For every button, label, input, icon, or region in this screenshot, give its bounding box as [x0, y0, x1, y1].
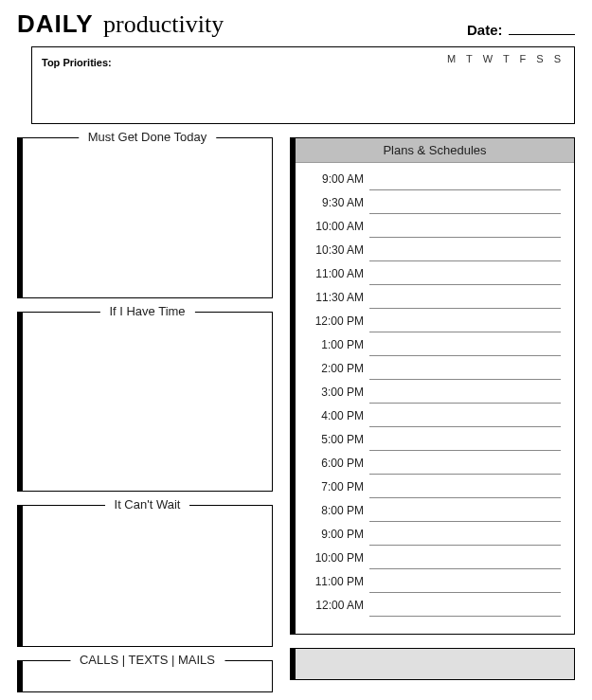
slot-time: 5:00 PM — [309, 433, 369, 446]
slot-line[interactable] — [369, 497, 561, 498]
slot-time: 11:00 PM — [309, 575, 369, 588]
slot-time: 7:00 PM — [309, 480, 369, 494]
must-get-done-title: Must Get Done Today — [79, 130, 217, 144]
date-label: Date: — [467, 22, 503, 38]
slot-time: 6:00 PM — [309, 457, 369, 470]
title-bold: DAILY — [17, 9, 94, 38]
slot-line[interactable] — [369, 545, 561, 546]
schedule-slot[interactable]: 10:00 PM — [309, 551, 561, 575]
right-column: Plans & Schedules 9:00 AM9:30 AM10:00 AM… — [290, 137, 575, 700]
schedule-slot[interactable]: 10:30 AM — [309, 243, 561, 267]
schedule-slot[interactable]: 8:00 PM — [309, 504, 561, 528]
schedule-slot[interactable]: 5:00 PM — [309, 433, 561, 457]
it-cant-wait-title: It Can't Wait — [105, 497, 190, 512]
plans-schedules-box: Plans & Schedules 9:00 AM9:30 AM10:00 AM… — [290, 137, 575, 635]
schedule-list: 9:00 AM9:30 AM10:00 AM10:30 AM11:00 AM11… — [296, 163, 574, 634]
slot-time: 10:00 PM — [309, 551, 369, 565]
header: DAILY productivity Date: — [17, 9, 575, 39]
schedule-slot[interactable]: 2:00 PM — [309, 362, 561, 386]
slot-line[interactable] — [369, 284, 561, 285]
slot-time: 11:30 AM — [309, 291, 369, 304]
slot-time: 10:30 AM — [309, 243, 369, 257]
schedule-slot[interactable]: 11:30 AM — [309, 291, 561, 314]
slot-time: 2:00 PM — [309, 362, 369, 375]
schedule-slot[interactable]: 9:00 PM — [309, 528, 561, 551]
schedule-slot[interactable]: 12:00 PM — [309, 314, 561, 338]
slot-line[interactable] — [369, 403, 561, 404]
weekday-selector[interactable]: M T W T F S S — [447, 53, 565, 64]
slot-time: 4:00 PM — [309, 409, 369, 422]
slot-time: 8:00 PM — [309, 504, 369, 517]
if-i-have-time-box[interactable]: If I Have Time — [17, 312, 273, 492]
slot-time: 11:00 AM — [309, 267, 369, 280]
slot-line[interactable] — [369, 260, 561, 261]
slot-line[interactable] — [369, 213, 561, 214]
slot-time: 12:00 PM — [309, 314, 369, 328]
slot-line[interactable] — [369, 237, 561, 238]
slot-time: 1:00 PM — [309, 338, 369, 351]
title-script: productivity — [103, 10, 224, 38]
schedule-slot[interactable]: 9:00 AM — [309, 172, 561, 196]
slot-time: 9:00 AM — [309, 172, 369, 186]
slot-time: 9:00 PM — [309, 528, 369, 541]
slot-line[interactable] — [369, 521, 561, 522]
schedule-slot[interactable]: 3:00 PM — [309, 386, 561, 409]
slot-line[interactable] — [369, 332, 561, 332]
page-title: DAILY productivity — [17, 9, 224, 39]
schedule-slot[interactable]: 11:00 PM — [309, 575, 561, 599]
schedule-slot[interactable]: 7:00 PM — [309, 480, 561, 504]
schedule-slot[interactable]: 4:00 PM — [309, 409, 561, 433]
schedule-slot[interactable]: 6:00 PM — [309, 457, 561, 480]
slot-time: 10:00 AM — [309, 220, 369, 233]
must-get-done-box[interactable]: Must Get Done Today — [17, 137, 273, 298]
slot-line[interactable] — [369, 426, 561, 427]
if-i-have-time-title: If I Have Time — [99, 304, 194, 318]
slot-time: 9:30 AM — [309, 196, 369, 209]
main-columns: Must Get Done Today If I Have Time It Ca… — [17, 137, 575, 700]
schedule-slot[interactable]: 12:00 AM — [309, 599, 561, 622]
slot-line[interactable] — [369, 355, 561, 356]
slot-line[interactable] — [369, 450, 561, 451]
schedule-slot[interactable]: 9:30 AM — [309, 196, 561, 220]
slot-line[interactable] — [369, 474, 561, 475]
date-line[interactable] — [509, 34, 575, 35]
top-priorities-box[interactable]: Top Priorities: M T W T F S S — [31, 46, 575, 124]
schedule-slot[interactable]: 1:00 PM — [309, 338, 561, 362]
it-cant-wait-box[interactable]: It Can't Wait — [17, 505, 273, 647]
schedule-slot[interactable]: 10:00 AM — [309, 220, 561, 243]
top-priorities-label: Top Priorities: — [42, 57, 112, 68]
slot-line[interactable] — [369, 308, 561, 309]
slot-line[interactable] — [369, 592, 561, 593]
left-column: Must Get Done Today If I Have Time It Ca… — [17, 137, 273, 700]
notes-box[interactable] — [290, 648, 575, 680]
plans-schedules-header: Plans & Schedules — [296, 138, 574, 163]
slot-line[interactable] — [369, 189, 561, 190]
slot-line[interactable] — [369, 616, 561, 617]
calls-texts-mails-title: CALLS | TEXTS | MAILS — [70, 653, 224, 667]
calls-texts-mails-box[interactable]: CALLS | TEXTS | MAILS — [17, 660, 273, 692]
schedule-slot[interactable]: 11:00 AM — [309, 267, 561, 291]
slot-time: 3:00 PM — [309, 386, 369, 399]
slot-line[interactable] — [369, 568, 561, 569]
date-field[interactable]: Date: — [467, 22, 575, 39]
slot-time: 12:00 AM — [309, 599, 369, 612]
slot-line[interactable] — [369, 379, 561, 380]
